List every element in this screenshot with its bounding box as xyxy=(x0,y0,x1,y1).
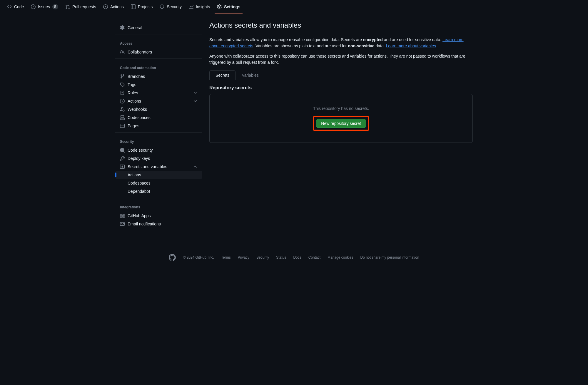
sidebar-item-code-security[interactable]: Code security xyxy=(115,146,202,154)
chevron-up-icon xyxy=(193,164,198,169)
footer-link-security[interactable]: Security xyxy=(256,255,269,260)
empty-secrets-panel: This repository has no secrets. New repo… xyxy=(209,94,473,143)
tab-projects[interactable]: Projects xyxy=(128,0,155,14)
chevron-down-icon xyxy=(193,91,198,95)
table-icon xyxy=(131,4,136,9)
git-branch-icon xyxy=(120,74,125,79)
shield-icon xyxy=(160,4,164,9)
chevron-down-icon xyxy=(193,99,198,103)
tag-icon xyxy=(120,82,125,87)
footer-link-cookies[interactable]: Manage cookies xyxy=(328,255,353,260)
webhook-icon xyxy=(120,107,125,112)
sidebar-item-label: Deploy keys xyxy=(128,156,150,161)
sidebar-item-webhooks[interactable]: Webhooks xyxy=(115,105,202,113)
footer-link-privacy[interactable]: Privacy xyxy=(238,255,249,260)
sidebar-item-email-notifications[interactable]: Email notifications xyxy=(115,220,202,228)
git-pull-request-icon xyxy=(65,4,70,9)
settings-sidebar: General Access Collaborators Code and au… xyxy=(115,21,202,230)
section-title: Repository secrets xyxy=(209,85,473,91)
tab-variables[interactable]: Variables xyxy=(235,70,265,80)
sidebar-item-label: Actions xyxy=(128,99,141,103)
browser-icon xyxy=(120,123,125,128)
sidebar-item-rules[interactable]: Rules xyxy=(115,89,202,97)
sidebar-item-label: Codespaces xyxy=(128,115,151,120)
tab-issues-label: Issues xyxy=(38,4,50,9)
page-title: Actions secrets and variables xyxy=(209,21,473,32)
main-content: Actions secrets and variables Secrets an… xyxy=(209,21,473,230)
graph-icon xyxy=(189,4,193,9)
footer-link-donotshare[interactable]: Do not share my personal information xyxy=(360,255,419,260)
sidebar-item-branches[interactable]: Branches xyxy=(115,72,202,81)
sidebar-item-github-apps[interactable]: GitHub Apps xyxy=(115,212,202,220)
tab-insights[interactable]: Insights xyxy=(186,0,212,14)
tab-label: Variables xyxy=(242,73,258,78)
tab-code[interactable]: Code xyxy=(5,0,26,14)
sidebar-subitem-dependabot[interactable]: Dependabot xyxy=(115,187,202,195)
tab-issues[interactable]: Issues 5 xyxy=(29,0,60,14)
gear-icon xyxy=(120,25,125,30)
github-icon xyxy=(169,254,176,261)
footer-link-docs[interactable]: Docs xyxy=(293,255,301,260)
link-learn-variables[interactable]: Learn more about variables xyxy=(386,43,436,48)
rules-icon xyxy=(120,91,125,95)
sidebar-head-integrations: Integrations xyxy=(115,200,202,212)
tab-pulls[interactable]: Pull requests xyxy=(63,0,98,14)
sidebar-head-security: Security xyxy=(115,135,202,146)
tab-security-label: Security xyxy=(167,4,182,9)
sidebar-item-deploy-keys[interactable]: Deploy keys xyxy=(115,154,202,163)
sidebar-item-label: Actions xyxy=(128,173,141,177)
tab-actions[interactable]: Actions xyxy=(101,0,126,14)
key-asterisk-icon xyxy=(120,164,125,169)
footer-link-terms[interactable]: Terms xyxy=(221,255,231,260)
sidebar-item-label: Email notifications xyxy=(128,222,161,226)
sidebar-subitem-actions[interactable]: Actions xyxy=(115,171,202,179)
sidebar-subitem-codespaces[interactable]: Codespaces xyxy=(115,179,202,187)
sidebar-item-label: General xyxy=(128,25,142,30)
issues-count: 5 xyxy=(52,4,58,9)
tab-actions-label: Actions xyxy=(110,4,124,9)
tab-security[interactable]: Security xyxy=(157,0,184,14)
codespaces-icon xyxy=(120,115,125,120)
sidebar-item-label: Collaborators xyxy=(128,50,152,54)
codescan-icon xyxy=(120,148,125,153)
sidebar-item-tags[interactable]: Tags xyxy=(115,81,202,89)
annotation-highlight: New repository secret xyxy=(313,116,369,131)
tab-pulls-label: Pull requests xyxy=(72,4,96,9)
sidebar-item-label: Pages xyxy=(128,123,139,128)
tab-label: Secrets xyxy=(216,73,229,78)
mail-icon xyxy=(120,222,125,226)
tab-settings-label: Settings xyxy=(224,4,240,9)
tab-secrets[interactable]: Secrets xyxy=(209,70,235,80)
intro-text: Secrets and variables allow you to manag… xyxy=(209,37,473,66)
sidebar-item-pages[interactable]: Pages xyxy=(115,122,202,130)
sidebar-item-label: Tags xyxy=(128,82,136,87)
footer-link-status[interactable]: Status xyxy=(276,255,286,260)
sidebar-item-codespaces[interactable]: Codespaces xyxy=(115,113,202,122)
footer-copyright: © 2024 GitHub, Inc. xyxy=(183,255,214,260)
repo-tabnav: Code Issues 5 Pull requests Actions Proj… xyxy=(0,0,588,14)
sidebar-head-code: Code and automation xyxy=(115,61,202,72)
site-footer: © 2024 GitHub, Inc. Terms Privacy Securi… xyxy=(0,242,588,268)
sidebar-head-access: Access xyxy=(115,37,202,48)
sidebar-item-label: Rules xyxy=(128,91,138,95)
tab-settings[interactable]: Settings xyxy=(215,0,243,14)
sidebar-item-label: Code security xyxy=(128,148,153,153)
sidebar-item-label: Codespaces xyxy=(128,181,151,185)
tab-insights-label: Insights xyxy=(196,4,210,9)
gear-icon xyxy=(217,4,222,9)
sidebar-item-label: Dependabot xyxy=(128,189,150,194)
sidebar-item-label: GitHub Apps xyxy=(128,213,151,218)
new-repository-secret-button[interactable]: New repository secret xyxy=(316,119,366,128)
sidebar-item-label: Webhooks xyxy=(128,107,147,112)
footer-link-contact[interactable]: Contact xyxy=(308,255,320,260)
issue-icon xyxy=(31,4,36,9)
sidebar-item-secrets-vars[interactable]: Secrets and variables xyxy=(115,163,202,171)
code-icon xyxy=(7,4,12,9)
sidebar-item-actions[interactable]: Actions xyxy=(115,97,202,105)
tab-code-label: Code xyxy=(14,4,24,9)
play-icon xyxy=(103,4,108,9)
sidebar-item-collaborators[interactable]: Collaborators xyxy=(115,48,202,56)
people-icon xyxy=(120,50,125,54)
key-icon xyxy=(120,156,125,161)
sidebar-item-general[interactable]: General xyxy=(115,24,202,32)
